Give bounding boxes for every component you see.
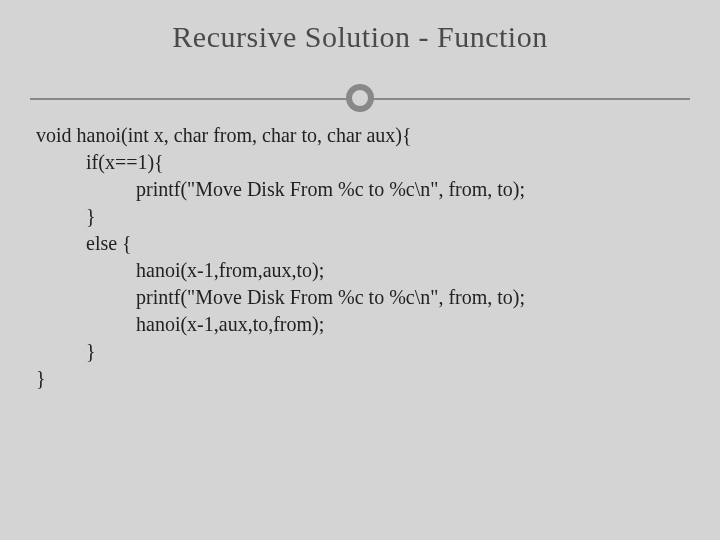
- title-zone: Recursive Solution - Function: [40, 20, 680, 54]
- divider-circle-icon: [346, 84, 374, 112]
- title-divider: [30, 80, 690, 116]
- slide: Recursive Solution - Function void hanoi…: [0, 0, 720, 540]
- slide-title: Recursive Solution - Function: [40, 20, 680, 54]
- code-body: void hanoi(int x, char from, char to, ch…: [36, 122, 700, 392]
